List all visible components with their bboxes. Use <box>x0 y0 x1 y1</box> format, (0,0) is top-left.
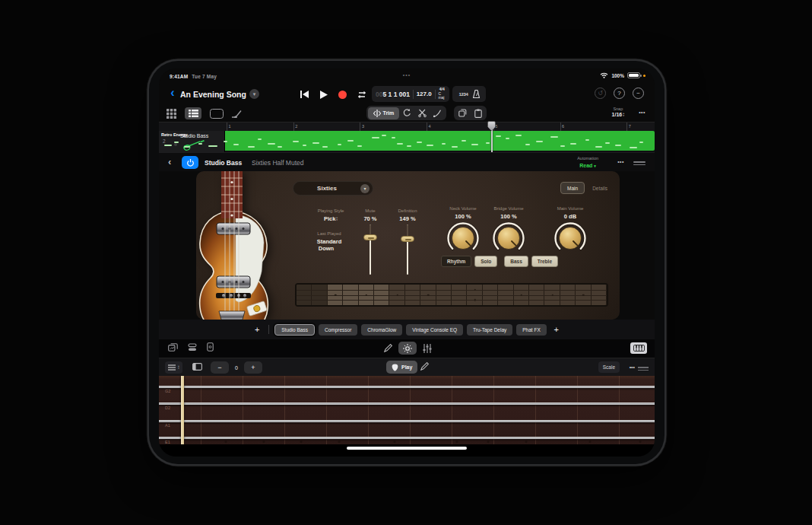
tracks-view-button[interactable] <box>185 107 201 119</box>
plugin-window-header: ‹ Studio Bass Sixties Half Muted Automat… <box>159 152 655 171</box>
automation-control[interactable]: Automation Read ▾ <box>577 155 598 170</box>
midi-note <box>630 147 637 148</box>
minimize-button[interactable]: − <box>633 88 644 99</box>
pencil-edit-icon[interactable] <box>384 344 392 352</box>
plugin-back-button[interactable]: ‹ <box>168 157 171 167</box>
midi-region[interactable]: Retro Energy <box>159 131 655 151</box>
keyboard-button[interactable] <box>630 342 647 354</box>
fretboard-range-strip[interactable] <box>295 283 608 307</box>
trim-tool-button[interactable]: Trim <box>368 107 400 119</box>
live-loops-grid-icon[interactable] <box>167 109 176 119</box>
plugin-chain-item-tru-tape-delay[interactable]: Tru-Tape Delay <box>467 324 512 336</box>
pickup-button-rhythm[interactable]: Rhythm <box>441 256 471 267</box>
bridge-volume-knob[interactable] <box>492 221 525 255</box>
plugin-resize-handle[interactable] <box>633 160 645 167</box>
pickup-button-treble[interactable]: Treble <box>531 256 558 267</box>
editor-playhead[interactable] <box>181 376 184 444</box>
midi-note <box>347 140 354 142</box>
cycle-button[interactable] <box>356 89 367 100</box>
midi-note <box>462 140 466 142</box>
play-tool-button[interactable]: Play <box>386 361 417 374</box>
fade-tool-icon[interactable] <box>430 107 445 119</box>
midi-note <box>515 135 522 136</box>
preset-selector[interactable]: Sixties ▾ <box>293 181 373 196</box>
ruler-bar-number: 3 <box>362 124 364 129</box>
go-to-beginning-button[interactable] <box>299 89 310 100</box>
loop-tool-icon[interactable] <box>399 107 414 119</box>
help-button[interactable]: ? <box>614 88 625 99</box>
back-button[interactable]: ‹ <box>167 87 179 100</box>
play-button[interactable] <box>318 89 329 100</box>
editor-pencil-icon[interactable] <box>420 362 429 371</box>
pickup-button-solo[interactable]: Solo <box>474 256 497 267</box>
editor-toolbar: ▴▾ − 0 + Play Scale ••• <box>159 358 655 376</box>
fret-marker-dot <box>521 294 523 296</box>
redo-button[interactable]: ↺ <box>595 88 606 99</box>
definition-slider[interactable] <box>401 224 414 276</box>
plugin-tab-details[interactable]: Details <box>586 182 614 194</box>
main-volume-knob[interactable] <box>553 221 587 255</box>
fret-inlay-dot <box>487 441 490 443</box>
plugin-chain-item-compressor[interactable]: Compressor <box>319 324 357 336</box>
midi-note <box>392 137 395 138</box>
plugin-chain-item-studio-bass[interactable]: Studio Bass <box>274 324 315 336</box>
plugin-chain-item-phat-fx[interactable]: Phat FX <box>516 324 546 336</box>
multitask-dots[interactable]: ••• <box>403 72 411 78</box>
device-connect-icon[interactable] <box>207 342 214 352</box>
add-plugin-button[interactable]: + <box>251 325 263 334</box>
lcd-display[interactable]: 005 1 1 001 127.0 4/4 C maj <box>372 86 449 102</box>
snap-control[interactable]: Snap 1/16▴▾ <box>612 106 624 118</box>
plugin-power-button[interactable] <box>182 156 198 169</box>
neck-volume-knob[interactable] <box>446 221 480 255</box>
bass-string <box>159 386 655 388</box>
last-played-label: Last Played <box>317 231 341 236</box>
midi-note <box>407 145 411 147</box>
plugin-chain-item-vintage-console-eq[interactable]: Vintage Console EQ <box>406 324 463 336</box>
pickup-button-bass[interactable]: Bass <box>504 256 528 267</box>
mute-slider[interactable] <box>363 224 377 276</box>
add-plugin-button[interactable]: + <box>550 325 563 334</box>
browser-icon[interactable] <box>168 343 178 352</box>
automation-mode: Read ▾ <box>577 162 598 170</box>
split-scissors-icon[interactable] <box>414 107 430 119</box>
automation-button[interactable] <box>232 110 243 118</box>
bar-ruler[interactable]: 1234567 <box>159 122 655 131</box>
record-button[interactable] <box>337 89 348 100</box>
bridge-volume-value: 100 % <box>500 213 516 220</box>
count-in-button[interactable]: 1234 <box>458 92 468 97</box>
midi-note <box>174 142 179 143</box>
marquee-tool-button[interactable] <box>210 109 224 119</box>
editor-resize-handle[interactable] <box>638 365 649 372</box>
paste-clipboard-icon[interactable] <box>471 107 486 119</box>
playing-style-value[interactable]: Pick▴▾ <box>324 215 338 222</box>
home-indicator[interactable] <box>347 447 467 450</box>
editor-list-menu[interactable]: ▴▾ <box>165 361 182 374</box>
fret-marker-dot <box>474 299 476 301</box>
song-menu-chevron-icon[interactable]: ▾ <box>249 89 259 99</box>
status-time-date: 9:41AMTue 7 May <box>170 74 217 79</box>
scale-button[interactable]: Scale <box>598 361 620 373</box>
plugin-more-button[interactable]: ••• <box>617 159 624 164</box>
fret-marker-dot <box>551 294 553 296</box>
plugin-chain-item-chromaglow[interactable]: ChromaGlow <box>361 324 402 336</box>
string-label: D2 <box>165 406 170 410</box>
transpose-plus-button[interactable]: + <box>244 361 262 374</box>
copy-icon[interactable] <box>455 107 471 119</box>
metronome-icon[interactable] <box>473 90 480 98</box>
bass-string <box>159 402 655 405</box>
fretboard-editor[interactable]: G2D2A1E1 <box>159 376 655 444</box>
song-title[interactable]: An Evening Song <box>180 90 246 99</box>
editor-more-button[interactable]: ••• <box>630 364 635 370</box>
transpose-minus-button[interactable]: − <box>211 361 229 374</box>
midi-note <box>452 146 458 148</box>
midi-note <box>338 144 341 145</box>
midi-note <box>248 146 255 148</box>
touch-pick-icon <box>392 364 398 371</box>
plugin-controls-button[interactable] <box>398 342 417 355</box>
sidebar-panel-icon[interactable] <box>192 363 202 371</box>
ruler-bar-number: 4 <box>429 124 431 129</box>
mixer-faders-icon[interactable] <box>423 344 432 353</box>
loop-browser-icon[interactable] <box>188 343 197 352</box>
toolbar-more-button[interactable]: ••• <box>639 110 645 115</box>
plugin-tab-main[interactable]: Main <box>560 182 585 194</box>
